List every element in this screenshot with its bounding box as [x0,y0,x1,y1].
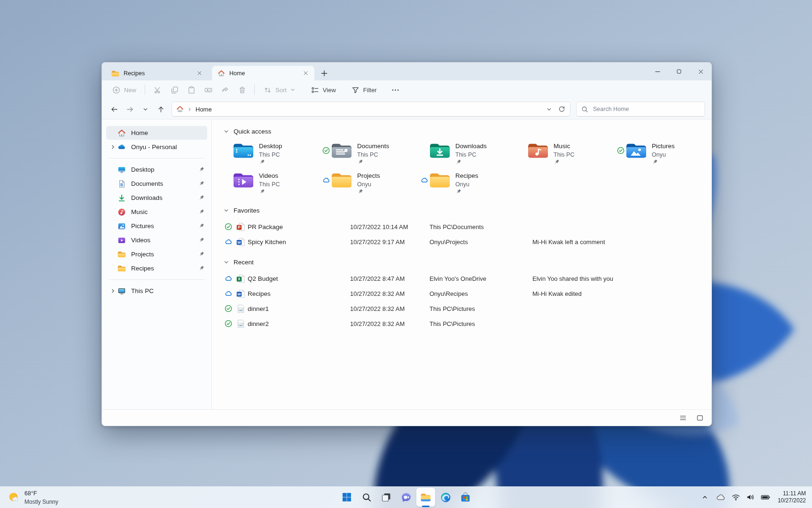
view-button[interactable]: View [306,82,340,97]
sidebar-item-videos[interactable]: Videos [106,233,207,247]
quick-access-tile-pictures[interactable]: Pictures Onyu [616,141,711,165]
chat-button[interactable] [397,488,415,507]
taskbar-search-button[interactable] [357,488,376,507]
up-button[interactable] [153,102,169,117]
file-explorer-button[interactable] [416,488,435,507]
address-dropdown-icon[interactable] [546,106,552,112]
search-input[interactable] [592,105,700,113]
folder-icon [331,171,352,189]
share-button[interactable] [217,82,233,97]
sidebar-item-this-pc[interactable]: This PC [106,284,207,298]
section-header-quick-access[interactable]: Quick access [223,125,703,137]
tile-name: Downloads [455,143,487,150]
tab-close-icon[interactable] [194,68,204,79]
quick-access-grid: Desktop This PC Documents This PC Downlo… [223,141,703,195]
chevron-down-icon[interactable] [223,259,229,265]
close-button[interactable] [690,63,711,80]
maximize-button[interactable] [668,63,690,80]
address-box[interactable]: Home [172,102,570,117]
sidebar-item-projects[interactable]: Projects [106,247,207,261]
quick-access-tile-documents[interactable]: Documents This PC [321,141,420,165]
recent-locations-button[interactable] [138,102,153,117]
taskbar-clock[interactable]: 11:11 AM 10/27/2022 [778,490,806,504]
tab-close-icon[interactable] [300,68,311,79]
tab-home[interactable]: Home [212,66,314,80]
file-row-recipes[interactable]: Recipes 10/27/2022 8:32 AM Onyu\Recipes … [223,286,703,301]
file-row-dinner1[interactable]: dinner1 10/27/2022 8:32 AM This PC\Pictu… [223,301,703,316]
file-location: This PC\Documents [429,223,532,230]
quick-access-tile-music[interactable]: Music This PC [518,141,616,165]
copy-button[interactable] [166,82,182,97]
quick-access-tile-projects[interactable]: Projects Onyu [321,171,420,195]
volume-icon[interactable] [746,492,755,502]
widgets-button[interactable]: 68°F Mostly Sunny [2,488,64,507]
rename-button[interactable] [200,82,216,97]
chevron-right-icon[interactable] [109,288,117,294]
large-icons-view-button[interactable] [693,412,707,424]
file-row-spicy-kitchen[interactable]: Spicy Kitchen 10/27/2022 9:17 AM Onyu\Pr… [223,234,703,249]
sidebar-item-downloads[interactable]: Downloads [106,191,207,205]
edge-icon [440,492,452,503]
section-header-favorites[interactable]: Favorites [223,204,703,216]
sidebar-label: Documents [131,180,163,187]
paste-button[interactable] [183,82,199,97]
list-view-icon [679,414,687,422]
new-tab-button[interactable] [317,66,331,80]
tab-recipes[interactable]: Recipes [106,66,208,80]
sidebar-item-documents[interactable]: Documents [106,177,207,190]
desktop-icon [117,166,126,174]
sort-button[interactable]: Sort [259,82,300,97]
sidebar-item-onedrive[interactable]: Onyu - Personal [106,140,207,154]
wifi-icon[interactable] [731,492,741,502]
documents-folder-icon [331,141,352,159]
delete-button[interactable] [234,82,250,97]
quick-access-tile-videos[interactable]: Videos This PC [223,171,321,195]
sidebar-item-home[interactable]: Home [106,126,207,140]
back-button[interactable] [107,102,122,117]
music-folder-icon [527,141,549,159]
refresh-icon[interactable] [558,105,566,113]
chevron-down-icon[interactable] [223,207,229,214]
pin-icon [259,159,282,165]
minimize-button[interactable] [647,63,668,80]
tile-location: This PC [357,151,378,158]
search-box[interactable] [576,102,705,117]
chevron-down-icon[interactable] [223,128,229,135]
forward-button[interactable] [122,102,138,117]
new-button[interactable]: New [108,82,141,97]
sidebar-item-recipes[interactable]: Recipes [106,262,207,275]
toolbar-separator [254,85,255,95]
quick-access-tile-downloads[interactable]: Downloads This PC [420,141,518,165]
details-view-button[interactable] [676,412,690,424]
onedrive-tray-icon[interactable] [715,492,726,503]
more-options-button[interactable] [388,82,404,97]
file-activity: Mi-Hi Kwak edited [532,290,703,297]
clock-date: 10/27/2022 [778,497,806,504]
quick-access-tile-desktop[interactable]: Desktop This PC [223,141,321,165]
sidebar-item-music[interactable]: Music [106,205,207,219]
tray-overflow-button[interactable] [700,491,710,504]
chevron-right-icon[interactable] [109,144,117,150]
task-view-button[interactable] [377,488,396,507]
battery-icon[interactable] [760,492,771,502]
tile-location: Onyu [652,151,666,158]
cut-button[interactable] [149,82,165,97]
store-button[interactable] [456,488,475,507]
pin-icon [198,237,204,243]
plus-icon [112,86,121,95]
sidebar-item-pictures[interactable]: Pictures [106,219,207,233]
edge-button[interactable] [436,488,455,507]
excel-file-icon [236,274,245,283]
file-name: dinner2 [248,320,350,327]
sidebar-item-desktop[interactable]: Desktop [106,163,207,176]
file-date: 10/27/2022 8:32 AM [350,290,429,297]
file-row-dinner2[interactable]: dinner2 10/27/2022 8:32 AM This PC\Pictu… [223,316,703,331]
file-activity: Mi-Hi Kwak left a comment [532,238,703,246]
section-header-recent[interactable]: Recent [223,256,703,268]
start-button[interactable] [337,488,356,507]
file-row-pr-package[interactable]: PR Package 10/27/2022 10:14 AM This PC\D… [223,219,703,234]
quick-access-tile-recipes[interactable]: Recipes Onyu [420,171,518,195]
file-row-q2-budget[interactable]: Q2 Budget 10/27/2022 8:47 AM Elvin Yoo's… [223,271,703,286]
filter-button[interactable]: Filter [347,82,381,97]
breadcrumb[interactable]: Home [195,106,212,113]
